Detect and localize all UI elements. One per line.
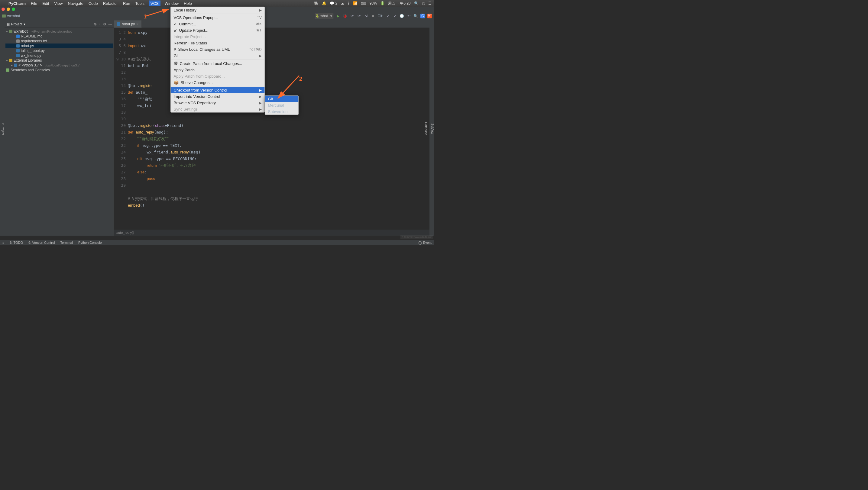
vcs-item[interactable]: Local History▶ <box>171 7 265 13</box>
vcs-item[interactable]: Apply Patch... <box>171 67 265 73</box>
vcs-item: Apply Patch from Clipboard... <box>171 73 265 79</box>
tool-pyconsole[interactable]: Python Console <box>78 240 102 244</box>
clock[interactable]: 周五 下午5:20 <box>388 1 411 6</box>
right-tab-database[interactable]: Database <box>424 122 428 135</box>
menu-run[interactable]: Run <box>122 0 131 6</box>
menu-refactor[interactable]: Refactor <box>102 0 119 6</box>
menu-tools[interactable]: Tools <box>134 0 145 6</box>
left-tab-project[interactable]: 1: Project <box>1 122 5 135</box>
battery-icon[interactable]: 🔋 <box>380 1 385 5</box>
close-tab-icon[interactable]: × <box>136 22 138 26</box>
txt-icon <box>16 40 20 43</box>
git-update-icon[interactable]: ↙ <box>385 13 390 18</box>
project-folder-icon <box>2 14 6 18</box>
menu-icon[interactable]: ☰ <box>428 1 432 5</box>
vcs-item[interactable]: 🗐Create Patch from Local Changes... <box>171 60 265 67</box>
search-icon[interactable]: 🔍 <box>413 13 418 18</box>
apple-logo[interactable] <box>2 3 4 4</box>
spotlight-icon[interactable]: 🔍 <box>414 1 418 5</box>
menu-code[interactable]: Code <box>88 0 99 6</box>
menu-help[interactable]: Help <box>183 0 193 6</box>
sidebar-dropdown-icon[interactable]: ▾ <box>24 22 25 26</box>
run-button[interactable]: ▶ <box>336 13 340 18</box>
bluetooth-icon[interactable]: ᛒ <box>347 1 350 5</box>
submenu-item[interactable]: Subversion <box>265 108 299 115</box>
tree-python[interactable]: < Python 3.7 > <box>19 63 42 67</box>
bell-icon[interactable]: 🔔 <box>322 1 327 5</box>
line-gutter: 1 2 3 4 5 6 7 8 9 10 11 12 13 14 15 16 1… <box>114 28 128 230</box>
tree-toggle[interactable]: ▸ <box>11 63 13 67</box>
vcs-item[interactable]: Refresh File Status <box>171 40 265 46</box>
annotation-2: 2 <box>299 75 302 82</box>
menu-vcs[interactable]: VCS <box>149 0 160 6</box>
file-wxfriend[interactable]: wx_friend.py <box>21 54 41 58</box>
menu-window[interactable]: Window <box>164 0 180 6</box>
tree-scratch[interactable]: Scratches and Consoles <box>10 68 50 72</box>
vcs-item[interactable]: ⎘Show Local Changes as UML⌥⇧⌘D <box>171 46 265 53</box>
vcs-item[interactable]: 📦Shelve Changes... <box>171 79 265 86</box>
tool-vcs[interactable]: 9: Version Control <box>28 240 55 244</box>
menu-icon: 🗐 <box>174 61 178 66</box>
tree-toggle[interactable]: ▾ <box>6 29 8 34</box>
tree-root[interactable]: wxrobot <box>13 29 28 34</box>
file-tuling[interactable]: tuling_robot.py <box>21 48 45 53</box>
tab-label: robot.py <box>122 22 135 26</box>
tool-todo[interactable]: 6: TODO <box>10 240 23 244</box>
vcs-item[interactable]: ✓Commit...⌘K <box>171 21 265 27</box>
python-path: /usr/local/bin/python3.7 <box>45 63 80 67</box>
cloud-icon[interactable]: ☁︎ <box>341 1 344 5</box>
vcs-item[interactable]: VCS Operations Popup...⌃V <box>171 14 265 21</box>
menu-navigate[interactable]: Navigate <box>67 0 84 6</box>
event-log[interactable]: ◯ Event <box>418 240 432 244</box>
file-req[interactable]: requirements.txt <box>21 39 47 43</box>
git-revert-icon[interactable]: ↶ <box>406 13 411 18</box>
file-robot[interactable]: robot.py <box>21 44 34 48</box>
vcs-item[interactable]: Import into Version Control▶ <box>171 93 265 100</box>
stop-button[interactable]: ■ <box>371 13 375 18</box>
wechat-icon[interactable]: 💬 2 <box>330 1 337 5</box>
fullscreen-window-button[interactable] <box>12 7 15 11</box>
minimize-window-button[interactable] <box>7 7 10 11</box>
vcs-item[interactable]: Checkout from Version Control▶ <box>171 87 265 93</box>
annotation-1: 1 <box>144 13 147 20</box>
gear-icon[interactable]: ⚙ <box>103 22 106 26</box>
tree-toggle[interactable]: ▾ <box>6 58 8 63</box>
attach-button[interactable]: ⇲ <box>364 13 368 18</box>
status-menu-icon[interactable]: ≡ <box>2 240 4 244</box>
sidebar-title[interactable]: Project <box>11 22 22 26</box>
menu-file[interactable]: File <box>30 0 38 6</box>
close-window-button[interactable] <box>1 7 5 11</box>
profile-button[interactable]: ⟳ <box>356 13 361 18</box>
menu-view[interactable]: View <box>53 0 63 6</box>
coverage-button[interactable]: ⟳ <box>350 13 354 18</box>
git-history-icon[interactable]: 🕘 <box>400 13 404 18</box>
file-readme[interactable]: README.md <box>21 34 42 38</box>
locate-icon[interactable]: ⊕ <box>94 22 97 26</box>
menu-edit[interactable]: Edit <box>41 0 50 6</box>
evernote-icon[interactable]: 🐘 <box>314 1 318 5</box>
translate-icon[interactable]: G̲ <box>421 13 425 18</box>
submenu-item[interactable]: Mercurial <box>265 102 299 108</box>
debug-button[interactable]: 🐞 <box>343 13 347 18</box>
tab-robot[interactable]: robot.py × <box>114 21 142 28</box>
tool-terminal[interactable]: Terminal <box>60 240 73 244</box>
vcs-item[interactable]: Git▶ <box>171 53 265 59</box>
vcs-item[interactable]: Browse VCS Repository▶ <box>171 100 265 106</box>
watermark: ✕ 创新互联 www.cdcxhl.com <box>400 235 433 239</box>
breadcrumb-root[interactable]: wxrobot <box>7 14 20 18</box>
wifi-icon[interactable]: 📶 <box>353 1 358 5</box>
input-icon[interactable]: ⌨︎ <box>361 1 366 5</box>
run-config-select[interactable]: robot <box>315 13 333 19</box>
function-crumb[interactable]: auto_reply() <box>116 231 134 235</box>
py-icon <box>16 54 20 57</box>
git-commit-icon[interactable]: ✓ <box>393 13 397 18</box>
right-tab-sciview[interactable]: SciView <box>431 123 434 134</box>
submenu-item[interactable]: Git <box>265 96 299 102</box>
hide-icon[interactable]: — <box>108 22 112 26</box>
app-name[interactable]: PyCharm <box>7 0 27 6</box>
vcs-item[interactable]: ↙Update Project...⌘T <box>171 27 265 34</box>
avatar-icon[interactable]: 评 <box>427 13 432 18</box>
collapse-icon[interactable]: ÷ <box>99 22 101 26</box>
tree-libs[interactable]: External Libraries <box>13 58 42 63</box>
siri-icon[interactable]: ◎ <box>422 1 425 5</box>
